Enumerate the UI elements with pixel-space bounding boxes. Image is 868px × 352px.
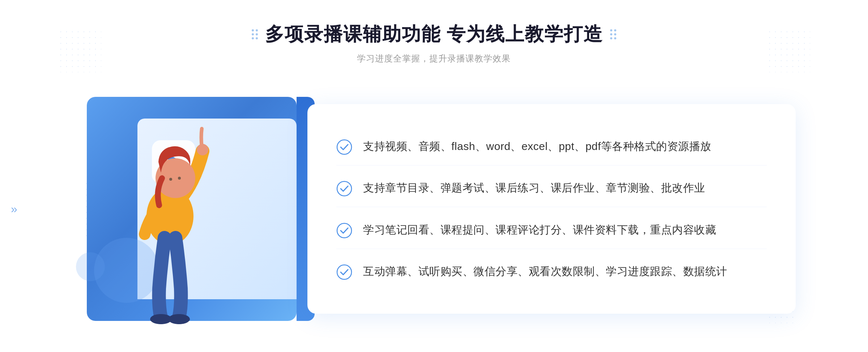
page-subtitle: 学习进度全掌握，提升录播课教学效果	[252, 53, 616, 64]
chevron-right-icon: »	[11, 203, 17, 215]
check-circle-icon	[336, 181, 352, 197]
svg-point-9	[337, 223, 352, 238]
page-container: 多项录播课辅助功能 专为线上教学打造 学习进度全掌握，提升录播课教学效果	[0, 0, 868, 352]
title-decoration-left	[252, 29, 258, 39]
check-circle-icon	[336, 223, 352, 239]
feature-text-3: 学习笔记回看、课程提问、课程评论打分、课件资料下载，重点内容收藏	[363, 221, 716, 239]
page-title: 多项录播课辅助功能 专为线上教学打造	[265, 22, 603, 47]
svg-point-7	[337, 140, 352, 154]
person-illustration	[109, 122, 231, 332]
main-content: »	[0, 86, 868, 332]
svg-point-10	[337, 265, 352, 279]
feature-item-3: 学习笔记回看、课程提问、课程评论打分、课件资料下载，重点内容收藏	[336, 211, 767, 249]
feature-text-2: 支持章节目录、弹题考试、课后练习、课后作业、章节测验、批改作业	[363, 179, 705, 197]
svg-point-5	[178, 177, 181, 180]
svg-point-8	[337, 181, 352, 196]
illustration-area	[72, 86, 318, 332]
feature-text-4: 互动弹幕、试听购买、微信分享、观看次数限制、学习进度跟踪、数据统计	[363, 263, 727, 280]
feature-item-2: 支持章节目录、弹题考试、课后练习、课后作业、章节测验、批改作业	[336, 169, 767, 207]
title-decoration-right	[610, 29, 616, 39]
check-circle-icon	[336, 139, 352, 155]
dot-grid-decoration	[58, 29, 101, 72]
dot-grid-decoration	[767, 29, 810, 72]
svg-point-4	[169, 178, 172, 181]
feature-item-1: 支持视频、音频、flash、word、excel、ppt、pdf等各种格式的资源…	[336, 128, 767, 166]
title-row: 多项录播课辅助功能 专为线上教学打造	[252, 22, 616, 47]
feature-item-4: 互动弹幕、试听购买、微信分享、观看次数限制、学习进度跟踪、数据统计	[336, 253, 767, 290]
header-section: 多项录播课辅助功能 专为线上教学打造 学习进度全掌握，提升录播课教学效果	[252, 22, 616, 64]
deco-circle-small	[76, 252, 105, 281]
features-panel: 支持视频、音频、flash、word、excel、ppt、pdf等各种格式的资源…	[307, 104, 796, 314]
arrow-decoration: »	[11, 203, 17, 215]
check-circle-icon	[336, 264, 352, 280]
svg-point-2	[168, 314, 190, 324]
feature-text-1: 支持视频、音频、flash、word、excel、ppt、pdf等各种格式的资源…	[363, 138, 711, 155]
